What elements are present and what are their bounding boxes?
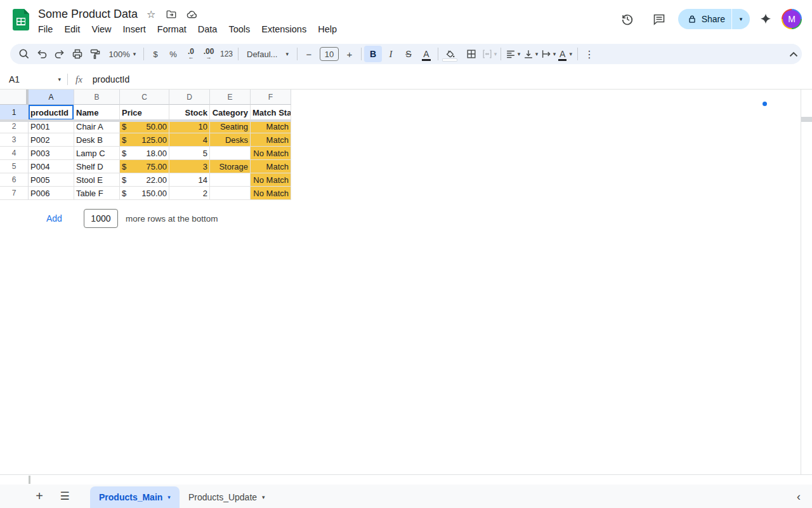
- share-button[interactable]: Share ▾: [678, 9, 750, 29]
- cell-B2[interactable]: Chair A: [74, 120, 120, 133]
- merge-cells-button[interactable]: ▾: [480, 46, 498, 62]
- cell-C5[interactable]: $75.00: [120, 160, 169, 173]
- cell-B6[interactable]: Stool E: [74, 173, 120, 187]
- sheets-logo-icon[interactable]: [13, 9, 29, 30]
- share-dropdown[interactable]: ▾: [732, 9, 750, 29]
- cell-E6[interactable]: [210, 173, 251, 187]
- column-header-D[interactable]: D: [169, 90, 210, 105]
- avatar[interactable]: M: [782, 9, 802, 29]
- cell-C2[interactable]: $50.00: [120, 120, 169, 133]
- increase-decimals-button[interactable]: .00→: [200, 46, 218, 62]
- add-rows-button[interactable]: Add: [46, 213, 62, 224]
- menu-insert[interactable]: Insert: [117, 23, 152, 36]
- redo-icon[interactable]: [51, 46, 69, 62]
- vertical-scrollbar-track[interactable]: [801, 90, 801, 474]
- percent-format-button[interactable]: %: [164, 46, 182, 62]
- row-header-3[interactable]: 3: [0, 133, 29, 147]
- cell-B5[interactable]: Shelf D: [74, 160, 120, 173]
- cell-C6[interactable]: $22.00: [120, 173, 169, 187]
- increase-font-size-button[interactable]: +: [341, 46, 358, 62]
- bold-button[interactable]: B: [364, 46, 382, 62]
- cell-D5[interactable]: 3: [169, 160, 210, 173]
- menu-tools[interactable]: Tools: [223, 23, 256, 36]
- menu-file[interactable]: File: [32, 23, 58, 36]
- tab-products-main[interactable]: Products_Main ▾: [90, 486, 180, 508]
- cell-A6[interactable]: P005: [29, 173, 74, 187]
- text-wrap-button[interactable]: ▾: [539, 46, 557, 62]
- undo-icon[interactable]: [33, 46, 51, 62]
- cell-F4[interactable]: No Match: [251, 147, 291, 160]
- cell-A2[interactable]: P001: [29, 120, 74, 133]
- all-sheets-icon[interactable]: ☰: [53, 487, 76, 506]
- menu-format[interactable]: Format: [152, 23, 192, 36]
- collapse-toolbar-icon[interactable]: [784, 44, 803, 64]
- decrease-decimals-button[interactable]: .0←: [182, 46, 200, 62]
- cell-D2[interactable]: 10: [169, 120, 210, 133]
- row-header-2[interactable]: 2: [0, 120, 29, 133]
- cloud-saved-icon[interactable]: [185, 7, 199, 21]
- borders-button[interactable]: [462, 46, 480, 62]
- row-header-6[interactable]: 6: [0, 173, 29, 187]
- cell-D6[interactable]: 14: [169, 173, 210, 187]
- menu-edit[interactable]: Edit: [58, 23, 86, 36]
- font-family-control[interactable]: Defaul...▾: [241, 46, 294, 62]
- cell-F2[interactable]: Match: [251, 120, 291, 133]
- cell-A4[interactable]: P003: [29, 147, 74, 160]
- cell-A3[interactable]: P002: [29, 133, 74, 147]
- cell-F1[interactable]: Match Status: [251, 105, 291, 120]
- column-header-C[interactable]: C: [120, 90, 169, 105]
- name-box[interactable]: A1 ▾: [9, 74, 61, 84]
- cell-B1[interactable]: Name: [74, 105, 120, 120]
- cell-C1[interactable]: Price: [120, 105, 169, 120]
- vertical-align-button[interactable]: ▾: [521, 46, 539, 62]
- search-icon[interactable]: [15, 46, 33, 62]
- show-side-panel-icon[interactable]: ‹: [797, 491, 801, 502]
- version-history-icon[interactable]: [615, 8, 640, 30]
- cell-E4[interactable]: [210, 147, 251, 160]
- column-header-F[interactable]: F: [251, 90, 291, 105]
- more-formats-button[interactable]: 123: [218, 46, 235, 62]
- row-header-1[interactable]: 1: [0, 105, 29, 120]
- cell-D3[interactable]: 4: [169, 133, 210, 147]
- cell-C7[interactable]: $150.00: [120, 187, 169, 200]
- cell-F7[interactable]: No Match: [251, 187, 291, 200]
- cell-A5[interactable]: P004: [29, 160, 74, 173]
- select-all-corner[interactable]: [0, 90, 29, 105]
- menu-view[interactable]: View: [86, 23, 117, 36]
- column-header-A[interactable]: A: [29, 90, 74, 105]
- move-to-folder-icon[interactable]: [164, 7, 178, 21]
- cell-C3[interactable]: $125.00: [120, 133, 169, 147]
- print-icon[interactable]: [69, 46, 86, 62]
- cell-B4[interactable]: Lamp C: [74, 147, 120, 160]
- more-toolbar-button[interactable]: ⋮: [580, 46, 598, 62]
- cell-E5[interactable]: Storage: [210, 160, 251, 173]
- document-title[interactable]: Some Product Data: [38, 7, 138, 21]
- cell-F3[interactable]: Match: [251, 133, 291, 147]
- italic-button[interactable]: I: [382, 46, 400, 62]
- cell-E2[interactable]: Seating: [210, 120, 251, 133]
- add-rows-count-input[interactable]: 1000: [84, 209, 118, 228]
- cell-E3[interactable]: Desks: [210, 133, 251, 147]
- cell-E7[interactable]: [210, 187, 251, 200]
- add-sheet-icon[interactable]: +: [28, 487, 51, 506]
- formula-input[interactable]: productId: [93, 74, 129, 84]
- zoom-control[interactable]: 100%▾: [104, 46, 141, 62]
- cell-C4[interactable]: $18.00: [120, 147, 169, 160]
- gemini-icon[interactable]: [756, 8, 775, 30]
- cell-F5[interactable]: Match: [251, 160, 291, 173]
- cell-F6[interactable]: No Match: [251, 173, 291, 187]
- menu-extensions[interactable]: Extensions: [256, 23, 312, 36]
- currency-format-button[interactable]: $: [147, 46, 164, 62]
- star-icon[interactable]: ☆: [144, 7, 158, 21]
- tab-products-update[interactable]: Products_Update ▾: [180, 486, 274, 508]
- column-header-E[interactable]: E: [210, 90, 251, 105]
- cell-D1[interactable]: Stock: [169, 105, 210, 120]
- cell-B3[interactable]: Desk B: [74, 133, 120, 147]
- horizontal-align-button[interactable]: ▾: [504, 46, 521, 62]
- column-header-B[interactable]: B: [74, 90, 120, 105]
- text-color-button[interactable]: A: [417, 46, 435, 62]
- cell-B7[interactable]: Table F: [74, 187, 120, 200]
- cell-D4[interactable]: 5: [169, 147, 210, 160]
- decrease-font-size-button[interactable]: −: [300, 46, 318, 62]
- cell-E1[interactable]: Category: [210, 105, 251, 120]
